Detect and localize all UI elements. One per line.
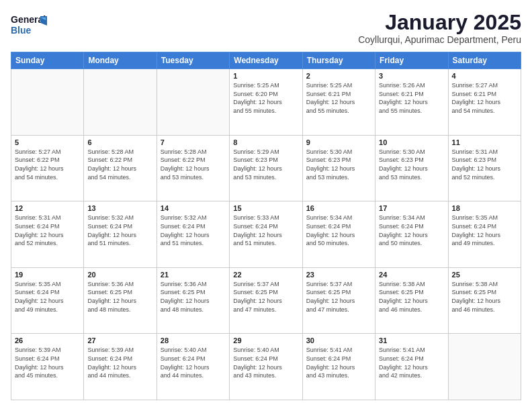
day-info: Sunrise: 5:30 AM Sunset: 6:23 PM Dayligh… bbox=[379, 148, 444, 181]
table-row: 2Sunrise: 5:25 AM Sunset: 6:21 PM Daylig… bbox=[302, 69, 375, 136]
day-info: Sunrise: 5:36 AM Sunset: 6:25 PM Dayligh… bbox=[161, 280, 226, 314]
calendar-table: Sunday Monday Tuesday Wednesday Thursday… bbox=[11, 52, 521, 400]
table-row: 24Sunrise: 5:38 AM Sunset: 6:25 PM Dayli… bbox=[375, 267, 448, 334]
day-number: 25 bbox=[452, 271, 517, 279]
day-info: Sunrise: 5:34 AM Sunset: 6:24 PM Dayligh… bbox=[379, 214, 444, 247]
day-info: Sunrise: 5:40 AM Sunset: 6:24 PM Dayligh… bbox=[233, 346, 298, 379]
day-number: 28 bbox=[161, 336, 226, 345]
day-info: Sunrise: 5:29 AM Sunset: 6:23 PM Dayligh… bbox=[233, 148, 298, 181]
day-number: 9 bbox=[306, 138, 371, 146]
day-info: Sunrise: 5:30 AM Sunset: 6:23 PM Dayligh… bbox=[306, 148, 371, 181]
col-monday: Monday bbox=[84, 52, 157, 69]
day-info: Sunrise: 5:35 AM Sunset: 6:24 PM Dayligh… bbox=[452, 214, 517, 247]
table-row: 19Sunrise: 5:35 AM Sunset: 6:24 PM Dayli… bbox=[11, 267, 84, 334]
day-info: Sunrise: 5:31 AM Sunset: 6:24 PM Dayligh… bbox=[15, 214, 80, 247]
table-row: 17Sunrise: 5:34 AM Sunset: 6:24 PM Dayli… bbox=[375, 201, 448, 268]
col-tuesday: Tuesday bbox=[157, 52, 229, 69]
table-row: 9Sunrise: 5:30 AM Sunset: 6:23 PM Daylig… bbox=[302, 135, 375, 201]
title-block: January 2025 Coyllurqui, Apurimac Depart… bbox=[358, 11, 521, 45]
table-row: 20Sunrise: 5:36 AM Sunset: 6:25 PM Dayli… bbox=[84, 267, 157, 334]
table-row: 5Sunrise: 5:27 AM Sunset: 6:22 PM Daylig… bbox=[11, 135, 84, 201]
table-row: 16Sunrise: 5:34 AM Sunset: 6:24 PM Dayli… bbox=[302, 201, 375, 268]
day-number: 30 bbox=[306, 336, 371, 345]
table-row: 27Sunrise: 5:39 AM Sunset: 6:24 PM Dayli… bbox=[84, 334, 157, 400]
day-info: Sunrise: 5:39 AM Sunset: 6:24 PM Dayligh… bbox=[15, 346, 80, 379]
day-number: 16 bbox=[306, 204, 371, 212]
day-number: 31 bbox=[379, 336, 444, 345]
day-number: 2 bbox=[306, 72, 371, 80]
table-row: 26Sunrise: 5:39 AM Sunset: 6:24 PM Dayli… bbox=[11, 334, 84, 400]
day-number: 8 bbox=[233, 138, 298, 146]
table-row: 28Sunrise: 5:40 AM Sunset: 6:24 PM Dayli… bbox=[157, 334, 229, 400]
page: General Blue January 2025 Coyllurqui, Ap… bbox=[0, 0, 532, 411]
day-number: 11 bbox=[452, 138, 517, 146]
table-row bbox=[11, 69, 84, 136]
calendar-header-row: Sunday Monday Tuesday Wednesday Thursday… bbox=[11, 52, 521, 69]
table-row: 11Sunrise: 5:31 AM Sunset: 6:23 PM Dayli… bbox=[448, 135, 521, 201]
day-info: Sunrise: 5:35 AM Sunset: 6:24 PM Dayligh… bbox=[15, 280, 80, 314]
table-row bbox=[157, 69, 229, 136]
table-row: 31Sunrise: 5:41 AM Sunset: 6:24 PM Dayli… bbox=[375, 334, 448, 400]
table-row: 8Sunrise: 5:29 AM Sunset: 6:23 PM Daylig… bbox=[230, 135, 302, 201]
day-number: 26 bbox=[15, 336, 80, 345]
day-info: Sunrise: 5:28 AM Sunset: 6:22 PM Dayligh… bbox=[87, 148, 152, 181]
day-number: 19 bbox=[15, 271, 80, 279]
day-info: Sunrise: 5:34 AM Sunset: 6:24 PM Dayligh… bbox=[306, 214, 371, 247]
day-info: Sunrise: 5:32 AM Sunset: 6:24 PM Dayligh… bbox=[87, 214, 152, 247]
table-row: 22Sunrise: 5:37 AM Sunset: 6:25 PM Dayli… bbox=[230, 267, 302, 334]
day-info: Sunrise: 5:25 AM Sunset: 6:21 PM Dayligh… bbox=[306, 81, 371, 115]
day-info: Sunrise: 5:37 AM Sunset: 6:25 PM Dayligh… bbox=[306, 280, 371, 314]
table-row: 30Sunrise: 5:41 AM Sunset: 6:24 PM Dayli… bbox=[302, 334, 375, 400]
day-info: Sunrise: 5:37 AM Sunset: 6:25 PM Dayligh… bbox=[233, 280, 298, 314]
day-number: 7 bbox=[161, 138, 226, 146]
day-info: Sunrise: 5:41 AM Sunset: 6:24 PM Dayligh… bbox=[306, 346, 371, 379]
table-row: 15Sunrise: 5:33 AM Sunset: 6:24 PM Dayli… bbox=[230, 201, 302, 268]
table-row: 25Sunrise: 5:38 AM Sunset: 6:25 PM Dayli… bbox=[448, 267, 521, 334]
day-info: Sunrise: 5:25 AM Sunset: 6:20 PM Dayligh… bbox=[233, 81, 298, 115]
day-number: 29 bbox=[233, 336, 298, 345]
day-number: 17 bbox=[379, 204, 444, 212]
day-number: 15 bbox=[233, 204, 298, 212]
day-number: 12 bbox=[15, 204, 80, 212]
month-title: January 2025 bbox=[358, 11, 521, 34]
col-sunday: Sunday bbox=[11, 52, 84, 69]
day-number: 22 bbox=[233, 271, 298, 279]
logo: General Blue bbox=[11, 11, 48, 38]
table-row bbox=[84, 69, 157, 136]
day-number: 27 bbox=[87, 336, 152, 345]
table-row: 12Sunrise: 5:31 AM Sunset: 6:24 PM Dayli… bbox=[11, 201, 84, 268]
col-friday: Friday bbox=[375, 52, 448, 69]
day-info: Sunrise: 5:33 AM Sunset: 6:24 PM Dayligh… bbox=[233, 214, 298, 247]
day-number: 3 bbox=[379, 72, 444, 80]
day-number: 4 bbox=[452, 72, 517, 80]
calendar-week-row: 1Sunrise: 5:25 AM Sunset: 6:20 PM Daylig… bbox=[11, 69, 521, 136]
table-row: 14Sunrise: 5:32 AM Sunset: 6:24 PM Dayli… bbox=[157, 201, 229, 268]
table-row: 6Sunrise: 5:28 AM Sunset: 6:22 PM Daylig… bbox=[84, 135, 157, 201]
day-info: Sunrise: 5:38 AM Sunset: 6:25 PM Dayligh… bbox=[379, 280, 444, 314]
calendar-week-row: 5Sunrise: 5:27 AM Sunset: 6:22 PM Daylig… bbox=[11, 135, 521, 201]
day-info: Sunrise: 5:26 AM Sunset: 6:21 PM Dayligh… bbox=[379, 81, 444, 115]
day-number: 18 bbox=[452, 204, 517, 212]
day-number: 5 bbox=[15, 138, 80, 146]
logo-icon: General Blue bbox=[11, 11, 48, 38]
header: General Blue January 2025 Coyllurqui, Ap… bbox=[11, 11, 521, 45]
day-info: Sunrise: 5:31 AM Sunset: 6:23 PM Dayligh… bbox=[452, 148, 517, 181]
table-row: 3Sunrise: 5:26 AM Sunset: 6:21 PM Daylig… bbox=[375, 69, 448, 136]
day-number: 21 bbox=[161, 271, 226, 279]
day-info: Sunrise: 5:40 AM Sunset: 6:24 PM Dayligh… bbox=[161, 346, 226, 379]
col-saturday: Saturday bbox=[448, 52, 521, 69]
day-number: 6 bbox=[87, 138, 152, 146]
day-number: 14 bbox=[161, 204, 226, 212]
day-number: 20 bbox=[87, 271, 152, 279]
table-row: 10Sunrise: 5:30 AM Sunset: 6:23 PM Dayli… bbox=[375, 135, 448, 201]
day-number: 10 bbox=[379, 138, 444, 146]
day-info: Sunrise: 5:27 AM Sunset: 6:22 PM Dayligh… bbox=[15, 148, 80, 181]
day-info: Sunrise: 5:39 AM Sunset: 6:24 PM Dayligh… bbox=[87, 346, 152, 379]
day-number: 24 bbox=[379, 271, 444, 279]
svg-text:Blue: Blue bbox=[11, 25, 32, 36]
day-number: 13 bbox=[87, 204, 152, 212]
table-row: 1Sunrise: 5:25 AM Sunset: 6:20 PM Daylig… bbox=[230, 69, 302, 136]
table-row: 18Sunrise: 5:35 AM Sunset: 6:24 PM Dayli… bbox=[448, 201, 521, 268]
location-subtitle: Coyllurqui, Apurimac Department, Peru bbox=[358, 34, 521, 45]
day-info: Sunrise: 5:27 AM Sunset: 6:21 PM Dayligh… bbox=[452, 81, 517, 115]
